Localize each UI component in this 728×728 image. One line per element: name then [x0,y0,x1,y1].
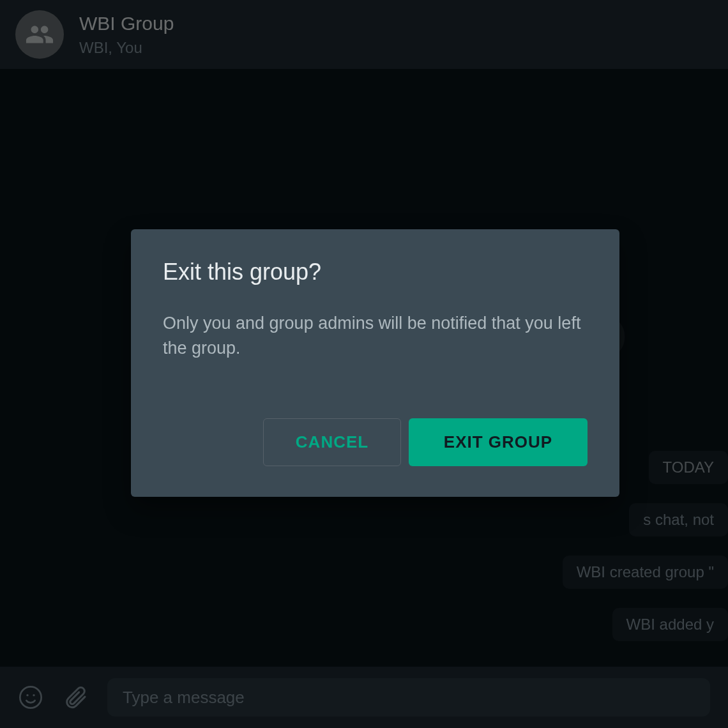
modal-backdrop[interactable]: Exit this group? Only you and group admi… [0,0,728,728]
exit-group-button[interactable]: EXIT GROUP [409,418,588,466]
dialog-title: Exit this group? [163,259,588,285]
dialog-actions: CANCEL EXIT GROUP [163,418,588,466]
dialog-body: Only you and group admins will be notifi… [163,311,588,361]
exit-group-dialog: Exit this group? Only you and group admi… [131,229,619,497]
cancel-button[interactable]: CANCEL [263,418,401,466]
